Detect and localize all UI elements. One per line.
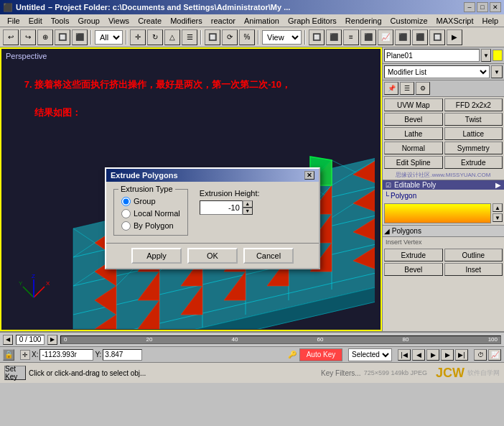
radio-by-polygon-option[interactable]	[121, 221, 131, 231]
menu-rendering[interactable]: Rendering	[341, 16, 386, 26]
angle-snap-button[interactable]: ⟳	[222, 29, 238, 45]
swatch-up[interactable]: ▲	[493, 203, 503, 212]
ok-button[interactable]: OK	[187, 248, 238, 264]
prev-frame-button[interactable]: ◀	[3, 335, 13, 345]
modifier-dropdown-arrow[interactable]: ▼	[491, 65, 503, 78]
edit-spline-button[interactable]: Edit Spline	[384, 156, 443, 169]
nav-arrows-right: ▶	[47, 335, 57, 345]
curve-editor-button[interactable]: 📈	[378, 29, 393, 45]
render2-button[interactable]: ▶	[447, 29, 462, 45]
viewport-select[interactable]: View	[262, 30, 302, 45]
schematic-button[interactable]: ⬛	[395, 29, 411, 45]
menu-help[interactable]: Help	[478, 16, 503, 26]
minimize-button[interactable]: –	[464, 2, 475, 12]
menu-file[interactable]: File	[3, 16, 24, 26]
maximize-button[interactable]: □	[477, 2, 488, 12]
menu-reactor[interactable]: reactor	[207, 16, 240, 26]
layer-button[interactable]: ⬛	[360, 29, 376, 45]
undo-button[interactable]: ↩	[3, 29, 19, 45]
next-frame-button[interactable]: ▶	[47, 335, 57, 345]
height-spinner: ▲ ▼	[200, 200, 260, 215]
lock-icon[interactable]: 🔒	[3, 349, 14, 361]
move-button[interactable]: ✛	[130, 29, 146, 45]
menu-maxscript[interactable]: MAXScript	[432, 16, 478, 26]
menu-modifiers[interactable]: Modifiers	[166, 16, 207, 26]
lattice-button[interactable]: Lattice	[444, 127, 503, 140]
close-button[interactable]: ✕	[490, 2, 501, 12]
sub-extrude-button[interactable]: Extrude	[384, 249, 443, 261]
play-button[interactable]: ▶	[426, 349, 439, 361]
pin-button[interactable]: 📌	[384, 82, 398, 95]
selection-filter-dropdown[interactable]: All	[95, 30, 123, 45]
select-region-button[interactable]: ⬛	[72, 29, 88, 45]
menu-graph-editors[interactable]: Graph Editors	[284, 16, 341, 26]
menu-edit[interactable]: Edit	[24, 16, 47, 26]
normal-button[interactable]: Normal	[384, 142, 443, 154]
percent-snap-button[interactable]: %	[239, 29, 255, 45]
height-input[interactable]	[200, 200, 243, 215]
uvw-map-button[interactable]: UVW Map	[384, 98, 443, 111]
radio-group-option[interactable]	[121, 197, 131, 206]
key-icon: 🔑	[288, 350, 298, 360]
redo-button[interactable]: ↪	[20, 29, 36, 45]
tree-expand-icon[interactable]: ▶	[495, 181, 501, 189]
gradient-swatch[interactable]	[384, 203, 491, 223]
sub-bevel-button[interactable]: Bevel	[384, 263, 443, 276]
prev-key-button[interactable]: ◀	[412, 349, 425, 361]
auto-key-button[interactable]: Auto Key	[299, 348, 342, 361]
selected-dropdown[interactable]: Selected	[348, 348, 392, 361]
name-dropdown[interactable]: ▼	[481, 49, 491, 62]
key-filters-button[interactable]: Key Filters...	[321, 369, 361, 377]
named-sel-button[interactable]: 🔲	[309, 29, 325, 45]
align-button[interactable]: ≡	[343, 29, 359, 45]
show-all-button[interactable]: ☰	[400, 82, 414, 95]
y-coord-input[interactable]	[103, 349, 142, 361]
select-name-button[interactable]: 🔲	[55, 29, 70, 45]
lathe-button[interactable]: Lathe	[384, 127, 443, 140]
swatch-down[interactable]: ▼	[493, 213, 503, 222]
render-button[interactable]: 🔲	[429, 29, 445, 45]
spinner-down-button[interactable]: ▼	[243, 208, 253, 215]
scale-button[interactable]: △	[164, 29, 180, 45]
twist-button[interactable]: Twist	[444, 113, 503, 126]
frame-counter[interactable]: 0 / 100	[16, 335, 45, 345]
menu-views[interactable]: Views	[104, 16, 134, 26]
symmetry-button[interactable]: Symmetry	[444, 142, 503, 154]
tree-item-polygon[interactable]: └ Polygon	[384, 191, 503, 200]
color-swatch[interactable]	[493, 50, 503, 61]
first-frame-button[interactable]: |◀	[398, 349, 411, 361]
menu-customize[interactable]: Customize	[386, 16, 432, 26]
modifier-list-dropdown[interactable]: Modifier List	[384, 65, 490, 78]
mini-curve-button[interactable]: 📈	[488, 349, 501, 361]
rotate-button[interactable]: ↻	[147, 29, 163, 45]
select-button[interactable]: ⊕	[37, 29, 53, 45]
spinner-up-button[interactable]: ▲	[243, 200, 253, 208]
radio-local-normal-option[interactable]	[121, 209, 131, 218]
set-key-button[interactable]: Set Key	[4, 366, 26, 380]
viewport-perspective[interactable]: Perspective 7. 接着将这些面执行挤出操作，最好是两次，第一次第二次…	[0, 47, 382, 331]
sub-inset-button[interactable]: Inset	[444, 263, 503, 276]
x-coord-input[interactable]	[39, 349, 93, 361]
extrude-bevel-grid: Extrude Outline Bevel Inset	[383, 247, 504, 277]
object-name-input[interactable]	[384, 49, 480, 62]
configure-button[interactable]: ⚙	[416, 82, 430, 95]
dialog-close-button[interactable]: ✕	[304, 171, 314, 180]
last-frame-button[interactable]: ▶|	[455, 349, 468, 361]
snap-button[interactable]: 🔲	[205, 29, 220, 45]
timeline-track[interactable]: 0 20 40 60 80 100	[60, 335, 501, 344]
apply-button[interactable]: Apply	[131, 248, 182, 264]
ffd-button[interactable]: FFD 2x2x2	[444, 98, 503, 111]
bevel-button[interactable]: Bevel	[384, 113, 443, 126]
sub-outline-button[interactable]: Outline	[444, 249, 503, 261]
menu-tools[interactable]: Tools	[47, 16, 74, 26]
extrude-button[interactable]: Extrude	[444, 156, 503, 169]
next-key-button[interactable]: ▶	[441, 349, 454, 361]
mirror-button[interactable]: ⬛	[326, 29, 342, 45]
cancel-button[interactable]: Cancel	[243, 248, 294, 264]
menu-animation[interactable]: Animation	[240, 16, 284, 26]
menu-create[interactable]: Create	[134, 16, 166, 26]
transform-button[interactable]: ☰	[182, 29, 197, 45]
menu-group[interactable]: Group	[73, 16, 104, 26]
time-config-button[interactable]: ⏱	[474, 349, 487, 361]
material-editor-button[interactable]: ⬛	[412, 29, 428, 45]
